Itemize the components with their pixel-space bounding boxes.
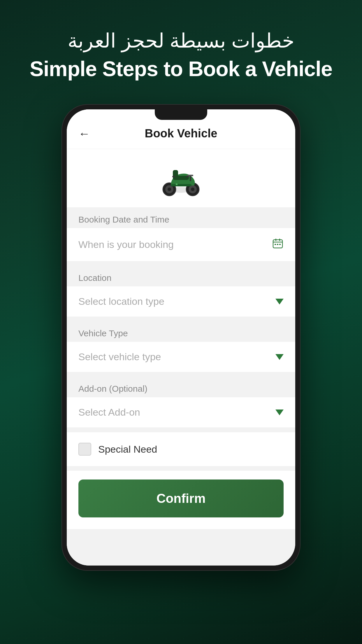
- special-need-checkbox[interactable]: [78, 443, 91, 456]
- addon-field[interactable]: Select Add-on: [67, 397, 295, 428]
- screen-content: ← Book Vehicle: [67, 109, 295, 566]
- vehicle-type-field[interactable]: Select vehicle type: [67, 342, 295, 372]
- phone-mockup: ← Book Vehicle: [61, 104, 301, 571]
- svg-rect-16: [275, 239, 276, 241]
- addon-dropdown-arrow: [275, 410, 284, 415]
- confirm-section: Confirm: [67, 471, 295, 529]
- header-section: خطوات بسيطة لحجز العربة Simple Steps to …: [30, 29, 332, 81]
- svg-rect-20: [279, 244, 281, 245]
- form-area: Booking Date and Time When is your booki…: [67, 208, 295, 566]
- special-need-label: Special Need: [98, 444, 157, 455]
- svg-rect-18: [275, 244, 276, 245]
- calendar-icon: [272, 237, 284, 252]
- svg-rect-17: [279, 239, 280, 241]
- location-placeholder: Select location type: [78, 296, 164, 307]
- svg-point-3: [168, 188, 171, 191]
- svg-rect-12: [187, 175, 193, 176]
- svg-rect-9: [172, 176, 175, 177]
- booking-date-field[interactable]: When is your booking: [67, 228, 295, 261]
- vehicle-image-area: [67, 149, 295, 208]
- phone-frame: ← Book Vehicle: [61, 104, 301, 571]
- addon-section: Select Add-on: [67, 397, 295, 428]
- booking-section: When is your booking: [67, 228, 295, 261]
- english-title: Simple Steps to Book a Vehicle: [30, 57, 332, 81]
- location-section: Select location type: [67, 286, 295, 317]
- back-button[interactable]: ←: [78, 128, 90, 139]
- confirm-button[interactable]: Confirm: [78, 480, 284, 517]
- svg-rect-14: [176, 183, 178, 185]
- addon-placeholder: Select Add-on: [78, 407, 140, 418]
- vehicle-section-label: Vehicle Type: [67, 321, 295, 342]
- app-bar-title: Book Vehicle: [145, 127, 217, 140]
- booking-placeholder: When is your booking: [78, 239, 174, 250]
- arabic-title: خطوات بسيطة لحجز العربة: [30, 29, 332, 52]
- vehicle-dropdown-arrow: [275, 354, 284, 360]
- vehicle-type-section: Select vehicle type: [67, 342, 295, 372]
- phone-screen: ← Book Vehicle: [67, 109, 295, 566]
- phone-notch: [155, 109, 207, 120]
- addon-section-label: Add-on (Optional): [67, 377, 295, 397]
- booking-section-label: Booking Date and Time: [67, 208, 295, 228]
- location-field[interactable]: Select location type: [67, 286, 295, 317]
- svg-rect-19: [277, 244, 278, 245]
- svg-rect-13: [171, 184, 191, 186]
- svg-point-6: [191, 188, 194, 191]
- special-need-section: Special Need: [67, 432, 295, 466]
- vehicle-placeholder: Select vehicle type: [78, 351, 161, 363]
- location-dropdown-arrow: [275, 299, 284, 304]
- location-section-label: Location: [67, 266, 295, 286]
- vehicle-icon: [155, 158, 207, 199]
